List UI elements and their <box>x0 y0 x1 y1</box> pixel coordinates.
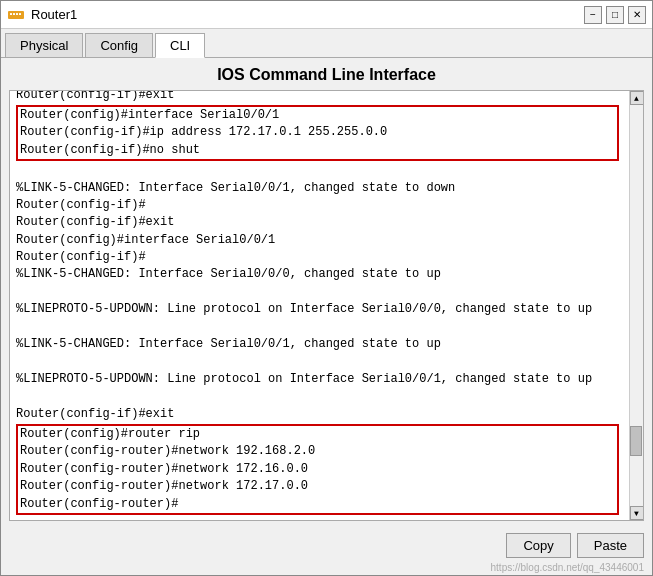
minimize-button[interactable]: − <box>584 6 602 24</box>
cli-line: Router(config)#router rip <box>20 426 615 443</box>
cli-line <box>16 162 623 179</box>
cli-line: Router(config-router)# <box>20 496 615 513</box>
tab-bar: Physical Config CLI <box>1 29 652 58</box>
cli-line: %LINEPROTO-5-UPDOWN: Line protocol on In… <box>16 301 623 318</box>
cli-line: %LINK-5-CHANGED: Interface Serial0/0/0, … <box>16 266 623 283</box>
tab-config[interactable]: Config <box>85 33 153 57</box>
cli-line: %LINEPROTO-5-UPDOWN: Line protocol on In… <box>16 371 623 388</box>
cli-line: Router(config-if)#exit <box>16 91 623 104</box>
cli-line: %LINK-5-CHANGED: Interface Serial0/0/1, … <box>16 180 623 197</box>
scroll-up-arrow[interactable]: ▲ <box>630 91 644 105</box>
svg-rect-2 <box>13 13 15 15</box>
cli-container: Router(config-if)#Router(config-if)#exit… <box>1 90 652 529</box>
cli-line: Router(config-router)#network 192.168.2.… <box>20 443 615 460</box>
cli-line: Router(config-router)#network 172.16.0.0 <box>20 461 615 478</box>
close-button[interactable]: ✕ <box>628 6 646 24</box>
cli-line: Router(config-if)#exit <box>16 406 623 423</box>
copy-button[interactable]: Copy <box>506 533 570 558</box>
tab-physical[interactable]: Physical <box>5 33 83 57</box>
cli-line <box>16 284 623 301</box>
cli-line: Router(config)#interface Serial0/0/1 <box>20 107 615 124</box>
cli-line <box>16 353 623 370</box>
svg-rect-4 <box>19 13 21 15</box>
cli-line: Router(config-if)# <box>16 197 623 214</box>
cli-line: Router(config-if)# <box>16 249 623 266</box>
cli-line: Router(config-router)#network 172.17.0.0 <box>20 478 615 495</box>
cli-line <box>16 319 623 336</box>
tab-cli[interactable]: CLI <box>155 33 205 58</box>
cli-line <box>16 388 623 405</box>
cli-line: Router(config-if)#ip address 172.17.0.1 … <box>20 124 615 141</box>
cli-output[interactable]: Router(config-if)#Router(config-if)#exit… <box>10 91 629 520</box>
scrollbar[interactable]: ▲ ▼ <box>629 91 643 520</box>
cli-line: %LINK-5-CHANGED: Interface Serial0/0/1, … <box>16 336 623 353</box>
title-bar-left: Router1 <box>7 6 77 24</box>
scroll-down-arrow[interactable]: ▼ <box>630 506 644 520</box>
scroll-thumb[interactable] <box>630 426 642 456</box>
title-bar-controls: − □ ✕ <box>584 6 646 24</box>
cli-line: Router(config-if)#exit <box>16 214 623 231</box>
svg-rect-0 <box>8 11 24 19</box>
paste-button[interactable]: Paste <box>577 533 644 558</box>
svg-rect-3 <box>16 13 18 15</box>
window-title: Router1 <box>31 7 77 22</box>
title-bar: Router1 − □ ✕ <box>1 1 652 29</box>
cli-line: Router(config-if)#no shut <box>20 142 615 159</box>
watermark: https://blog.csdn.net/qq_43446001 <box>1 562 652 575</box>
main-window: Router1 − □ ✕ Physical Config CLI IOS Co… <box>0 0 653 576</box>
router-icon <box>7 6 25 24</box>
cli-line: Router(config)#interface Serial0/0/1 <box>16 232 623 249</box>
page-title: IOS Command Line Interface <box>1 58 652 90</box>
maximize-button[interactable]: □ <box>606 6 624 24</box>
cli-output-wrapper: Router(config-if)#Router(config-if)#exit… <box>9 90 644 521</box>
footer-bar: Copy Paste <box>1 529 652 562</box>
scroll-track <box>630 105 644 506</box>
svg-rect-1 <box>10 13 12 15</box>
